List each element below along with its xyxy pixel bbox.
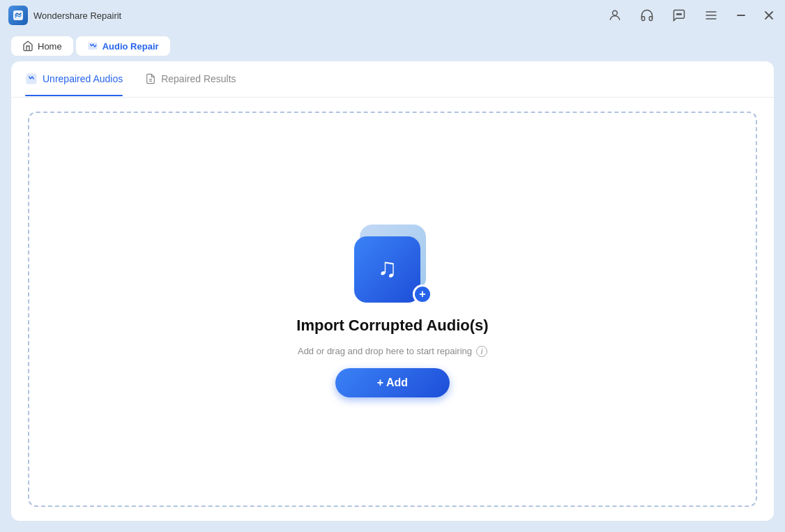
import-subtitle-text: Add or drag and drop here to start repai… bbox=[298, 346, 472, 356]
titlebar: Wondershare Repairit bbox=[0, 0, 785, 31]
navbar: Home Audio Repair bbox=[0, 31, 785, 61]
tabs-bar: Unrepaired Audios Repaired Results bbox=[11, 61, 774, 98]
audio-repair-nav-label: Audio Repair bbox=[102, 41, 159, 52]
tab-unrepaired-label: Unrepaired Audios bbox=[43, 73, 123, 84]
add-button[interactable]: + Add bbox=[335, 368, 450, 397]
main-panel: Unrepaired Audios Repaired Results ♫ + I… bbox=[11, 61, 774, 521]
app-icon bbox=[8, 6, 28, 25]
close-button[interactable] bbox=[761, 8, 777, 23]
music-icon-wrapper: ♫ + bbox=[347, 222, 438, 305]
app-title: Wondershare Repairit bbox=[33, 10, 121, 21]
import-subtitle: Add or drag and drop here to start repai… bbox=[298, 346, 487, 357]
drop-zone[interactable]: ♫ + Import Corrupted Audio(s) Add or dra… bbox=[28, 112, 757, 507]
menu-icon-button[interactable] bbox=[701, 6, 721, 25]
add-plus-circle-icon: + bbox=[413, 284, 432, 304]
tab-repaired-label: Repaired Results bbox=[161, 73, 236, 84]
info-icon[interactable]: i bbox=[476, 346, 487, 357]
music-note-icon: ♫ bbox=[377, 253, 397, 283]
svg-point-4 bbox=[680, 14, 682, 15]
svg-rect-0 bbox=[13, 10, 23, 20]
headphone-icon-button[interactable] bbox=[637, 6, 657, 25]
audio-repair-nav-button[interactable]: Audio Repair bbox=[76, 36, 170, 56]
svg-point-1 bbox=[613, 10, 618, 15]
titlebar-controls bbox=[605, 6, 777, 25]
import-title: Import Corrupted Audio(s) bbox=[296, 317, 488, 335]
titlebar-left: Wondershare Repairit bbox=[8, 6, 121, 25]
home-nav-button[interactable]: Home bbox=[11, 36, 73, 56]
minimize-button[interactable] bbox=[733, 8, 749, 23]
tab-unrepaired-audios[interactable]: Unrepaired Audios bbox=[25, 73, 123, 86]
user-icon-button[interactable] bbox=[605, 6, 625, 25]
music-card-front: ♫ bbox=[354, 236, 420, 303]
svg-rect-12 bbox=[26, 73, 37, 84]
home-nav-label: Home bbox=[38, 41, 62, 52]
svg-point-3 bbox=[678, 14, 680, 15]
svg-point-2 bbox=[677, 14, 678, 15]
tab-repaired-results[interactable]: Repaired Results bbox=[145, 73, 236, 86]
chat-icon-button[interactable] bbox=[669, 6, 689, 25]
add-button-label: + Add bbox=[377, 377, 408, 389]
